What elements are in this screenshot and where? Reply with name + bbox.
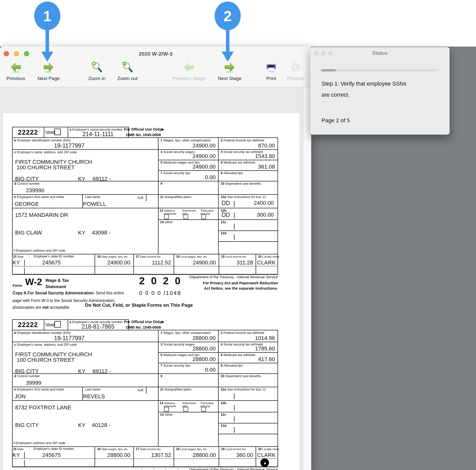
box-e-label: eEmployee's first name and initial: [14, 195, 64, 199]
box5-value: 28800.00: [192, 356, 216, 363]
box20-label: 20Locality name: [258, 447, 279, 451]
box7-label: 7Social security tips: [161, 364, 190, 367]
arrow-right-icon: [43, 61, 55, 73]
box12a-bar: [234, 394, 234, 399]
progress-bar: [321, 69, 437, 71]
state-id-label: Employer's state ID number: [34, 254, 74, 258]
form-line: [24, 268, 25, 274]
box19-value: 360.00: [236, 452, 253, 458]
employer-state: KY: [78, 176, 85, 182]
w2-form-2: 22222 Void aEmployee's social security n…: [12, 319, 278, 470]
box8-label: 8Allocated tips: [221, 364, 243, 367]
box8-label: 8Allocated tips: [221, 171, 243, 175]
box4-value: 1543.80: [255, 153, 275, 160]
box4-value: 1785.60: [255, 345, 275, 352]
box-c-label: cEmployer's name, address, and ZIP code: [14, 343, 77, 346]
form-line: [95, 446, 95, 467]
footer-year: 2 0 2 0: [139, 468, 182, 470]
form-line: [12, 319, 13, 467]
box12c-label: 12c: [221, 413, 227, 416]
form-line: [219, 446, 219, 467]
form-line: [256, 254, 256, 275]
zoom-out-button[interactable]: Zoom out: [112, 61, 143, 84]
statutory-label-1: Statutory: [164, 209, 175, 212]
scrollbar[interactable]: [303, 87, 311, 470]
w2-document-page: 22222 Void aEmployee's social security n…: [3, 113, 299, 470]
previous-button[interactable]: Previous: [2, 61, 30, 84]
void-label: Void: [45, 130, 55, 135]
footer-copy3: photocopies are not acceptable.: [13, 305, 70, 310]
box9-label: 9: [161, 374, 163, 378]
form-line: [12, 342, 278, 342]
footer-w2: W-2: [25, 277, 42, 287]
form-line: [133, 446, 134, 467]
state15-value: KY: [13, 452, 20, 458]
zoom-out-label: Zoom out: [117, 76, 138, 81]
box10-label: 10Dependent care benefits: [221, 182, 261, 185]
box16-value: 28800.00: [107, 452, 130, 458]
box12a-amount: 2400.00: [254, 200, 274, 206]
status-page-indicator: Page 2 of 5: [322, 115, 350, 126]
box6-label: 6Medicare tax withheld: [221, 353, 255, 357]
form-line: [158, 137, 158, 254]
retirement-checkbox: [183, 407, 188, 412]
form-line: [218, 330, 219, 447]
box12b-bar: [234, 405, 234, 411]
form-line: [158, 330, 158, 447]
form-line: [133, 254, 134, 275]
box18-value: 28800.00: [193, 452, 216, 458]
box12d-label: 12d: [221, 424, 227, 427]
thirdparty-label-1: Third-party: [200, 209, 214, 212]
callout-arrow-1-shaft: [46, 29, 49, 52]
last-name-value: REVELS: [83, 393, 105, 400]
zoom-in-button[interactable]: Zoom in: [83, 61, 111, 84]
retirement-label-1: Retirement: [182, 209, 196, 212]
first-name-value: JON: [15, 393, 26, 400]
employer-state: KY: [78, 368, 85, 375]
form-line: [24, 452, 25, 458]
box13-label: 13: [160, 209, 164, 212]
form-line: [95, 254, 95, 275]
next-stage-button[interactable]: Next Stage: [212, 61, 247, 84]
form-line: [174, 446, 174, 467]
box9-label: 9: [161, 182, 163, 185]
control-number: 239990: [26, 187, 44, 194]
form-line: [44, 319, 44, 330]
box19-label: 19Local income tax: [221, 255, 246, 258]
box10-label: 10Dependent care benefits: [221, 374, 261, 378]
box16-label: 16State wages, tips, etc.: [97, 447, 128, 451]
box3-label: 3Social security wages: [161, 150, 195, 154]
box18-label: 18Local wages, tips, etc.: [176, 255, 208, 258]
form-line: [12, 149, 278, 150]
form-line: [82, 387, 83, 401]
box-f-label: fEmployee's address and ZIP code: [14, 249, 65, 252]
callout-bubble-2: 2: [215, 2, 241, 30]
footer-donot: Do Not Cut, Fold, or Staple Forms on Thi…: [85, 302, 193, 308]
form-line: [12, 208, 278, 208]
omb-label: OMB No. 1545-0008: [126, 325, 161, 329]
box19-label: 19Local income tax: [221, 447, 246, 451]
form-line: [12, 387, 278, 387]
employee-city: BIG CLAW: [15, 229, 42, 236]
box12d-label: 12d: [221, 231, 227, 235]
state15-value: KY: [13, 259, 20, 266]
form-line: [218, 241, 278, 242]
box-b-label: bEmployer identification number (EIN): [14, 331, 70, 335]
employer-city: BIG CITY: [15, 368, 39, 375]
box7-label: 7Social security tips: [161, 171, 190, 175]
next-page-button[interactable]: Next Page: [33, 61, 64, 84]
cursor-icon: ▲: [262, 460, 267, 465]
box12a-code: DD: [222, 200, 230, 207]
box-d-label: dControl number: [14, 374, 40, 378]
employee-zip: 40128 -: [92, 422, 111, 428]
footer-form-word: Form: [13, 283, 22, 288]
cursor-badge: ▲: [260, 458, 269, 467]
form-line: [12, 400, 278, 401]
last-name-label: Last name: [85, 195, 100, 199]
form-line: [218, 137, 219, 254]
printer-icon: [265, 61, 277, 73]
box16-label: 16State wages, tips, etc.: [97, 255, 128, 258]
print-button[interactable]: Print: [259, 61, 284, 84]
statutory-label-1: Statutory: [164, 402, 175, 405]
employee-city: BIG CITY: [15, 422, 39, 428]
